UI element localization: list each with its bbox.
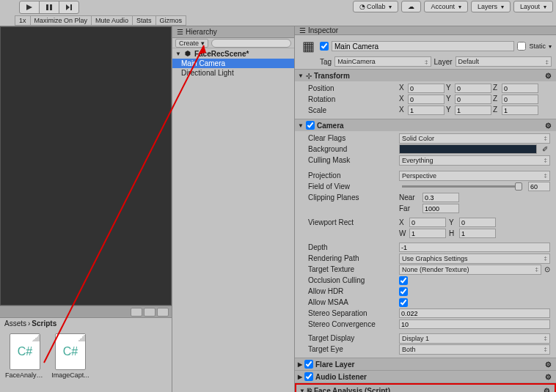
camera-header[interactable]: ▼Camera⚙ xyxy=(295,119,556,131)
mute-toggle[interactable]: Mute Audio xyxy=(91,15,133,26)
fov-input[interactable] xyxy=(528,182,550,191)
asset-item[interactable]: C# ImageCapt... xyxy=(53,333,88,379)
hdr-checkbox[interactable] xyxy=(399,287,408,296)
pause-button[interactable] xyxy=(39,1,59,14)
project-view-icon[interactable] xyxy=(131,308,142,317)
flare-enable-checkbox[interactable] xyxy=(304,360,313,369)
script-icon: ⎘ xyxy=(307,387,312,393)
culling-dropdown[interactable]: Everything xyxy=(399,155,550,166)
layers-button[interactable]: Layers xyxy=(471,1,511,12)
occlusion-checkbox[interactable] xyxy=(399,276,408,285)
cloud-icon: ☁ xyxy=(408,3,414,10)
svg-marker-0 xyxy=(26,4,32,10)
rendering-dropdown[interactable]: Use Graphics Settings xyxy=(399,254,550,264)
camera-enable-checkbox[interactable] xyxy=(306,121,315,130)
hierarchy-tab[interactable]: ☰Hierarchy xyxy=(172,26,294,38)
clearflags-dropdown[interactable]: Solid Color xyxy=(399,133,550,144)
cloud-button[interactable]: ☁ xyxy=(401,1,421,12)
account-button[interactable]: Account xyxy=(424,1,468,12)
pos-y-input[interactable] xyxy=(455,84,491,93)
transform-icon: ⊹ xyxy=(306,72,312,80)
layout-button[interactable]: Layout xyxy=(513,1,553,12)
layer-dropdown[interactable]: Default xyxy=(456,56,552,67)
scene-root[interactable]: ▼ ⬢ FaceRecScene* xyxy=(172,48,294,59)
vp-y-input[interactable] xyxy=(459,218,496,227)
eyedropper-icon[interactable]: ✐ xyxy=(540,144,550,154)
asset-item[interactable]: C# FaceAnalys... xyxy=(7,333,43,379)
targettex-field[interactable]: None (Render Texture) xyxy=(399,265,541,275)
audio-component: ▶Audio Listener⚙ xyxy=(295,371,556,383)
projection-dropdown[interactable]: Perspective xyxy=(399,171,550,181)
svg-rect-4 xyxy=(70,4,72,10)
background-color[interactable] xyxy=(399,144,537,154)
gear-icon[interactable]: ⚙ xyxy=(543,360,553,369)
flare-component: ▶Flare Layer⚙ xyxy=(295,358,556,371)
fov-slider[interactable] xyxy=(402,185,522,188)
project-menu-icon[interactable] xyxy=(157,308,169,317)
vp-h-input[interactable] xyxy=(459,229,496,238)
stereoconv-input[interactable] xyxy=(399,319,550,329)
scl-z-input[interactable] xyxy=(502,106,538,115)
scl-x-input[interactable] xyxy=(408,106,445,115)
project-lock-icon[interactable] xyxy=(144,308,156,317)
csharp-script-icon: C# xyxy=(10,333,40,370)
tag-dropdown[interactable]: MainCamera xyxy=(334,56,431,67)
gameobject-icon[interactable]: ▦ xyxy=(299,37,317,55)
svg-rect-2 xyxy=(50,4,52,10)
chevron-right-icon: › xyxy=(28,319,30,328)
collab-button[interactable]: ◔Collab xyxy=(353,1,399,12)
far-input[interactable] xyxy=(423,204,459,213)
gear-icon[interactable]: ⚙ xyxy=(543,121,553,130)
tab-menu-icon: ☰ xyxy=(177,28,183,36)
static-checkbox[interactable] xyxy=(517,42,526,51)
hierarchy-item-directional-light[interactable]: Directional Light xyxy=(172,68,294,78)
game-viewport[interactable] xyxy=(0,26,172,306)
breadcrumb[interactable]: Assets › Scripts xyxy=(0,318,172,329)
hierarchy-search[interactable] xyxy=(211,39,291,48)
step-button[interactable] xyxy=(59,1,79,14)
active-checkbox[interactable] xyxy=(320,42,329,51)
vp-w-input[interactable] xyxy=(409,229,446,238)
object-picker-icon[interactable]: ⊙ xyxy=(544,265,550,273)
gizmos-toggle[interactable]: Gizmos xyxy=(156,15,187,26)
hierarchy-item-main-camera[interactable]: Main Camera xyxy=(172,59,294,68)
inspector-tab[interactable]: ☰Inspector xyxy=(295,26,556,35)
pos-x-input[interactable] xyxy=(408,84,445,93)
expand-icon: ▼ xyxy=(175,51,181,57)
camera-component: ▼Camera⚙ Clear FlagsSolid Color Backgrou… xyxy=(295,119,556,358)
display-dropdown[interactable]: Display 1 xyxy=(399,333,550,344)
gear-icon[interactable]: ⚙ xyxy=(543,71,553,80)
maximize-toggle[interactable]: Maximize On Play xyxy=(30,15,92,26)
gear-icon[interactable]: ⚙ xyxy=(541,386,552,392)
audio-header[interactable]: ▶Audio Listener⚙ xyxy=(295,371,556,382)
create-menu[interactable]: Create ▾ xyxy=(175,39,208,48)
rot-x-input[interactable] xyxy=(408,95,445,104)
gear-icon[interactable]: ⚙ xyxy=(543,372,553,381)
scl-y-input[interactable] xyxy=(455,106,491,115)
breadcrumb-current[interactable]: Scripts xyxy=(32,319,56,328)
stereosep-input[interactable] xyxy=(399,308,550,318)
breadcrumb-root[interactable]: Assets xyxy=(4,319,26,328)
eye-dropdown[interactable]: Both xyxy=(399,344,550,355)
rot-z-input[interactable] xyxy=(502,95,538,104)
pos-z-input[interactable] xyxy=(502,84,538,93)
tab-menu-icon: ☰ xyxy=(299,26,306,34)
scale-button[interactable]: 1x xyxy=(15,15,31,26)
depth-input[interactable] xyxy=(399,243,550,252)
svg-rect-1 xyxy=(46,4,48,10)
faceanalysis-header[interactable]: ▼⎘Face Analysis (Script)⚙ xyxy=(296,385,555,392)
svg-marker-3 xyxy=(66,4,70,10)
flare-header[interactable]: ▶Flare Layer⚙ xyxy=(295,358,556,370)
near-input[interactable] xyxy=(423,193,459,202)
audio-enable-checkbox[interactable] xyxy=(304,372,313,381)
gameobject-name-input[interactable] xyxy=(332,41,514,51)
msaa-checkbox[interactable] xyxy=(399,298,408,307)
rot-y-input[interactable] xyxy=(455,95,491,104)
play-button[interactable] xyxy=(19,1,40,14)
unity-scene-icon: ⬢ xyxy=(183,49,192,58)
vp-x-input[interactable] xyxy=(409,218,446,227)
transform-header[interactable]: ▼⊹Transform⚙ xyxy=(295,70,556,81)
transform-component: ▼⊹Transform⚙ PositionXYZ RotationXYZ Sca… xyxy=(295,70,556,119)
stats-toggle[interactable]: Stats xyxy=(132,15,156,26)
viewport-toolbar: 1x Maximize On Play Mute Audio Stats Giz… xyxy=(0,15,556,26)
